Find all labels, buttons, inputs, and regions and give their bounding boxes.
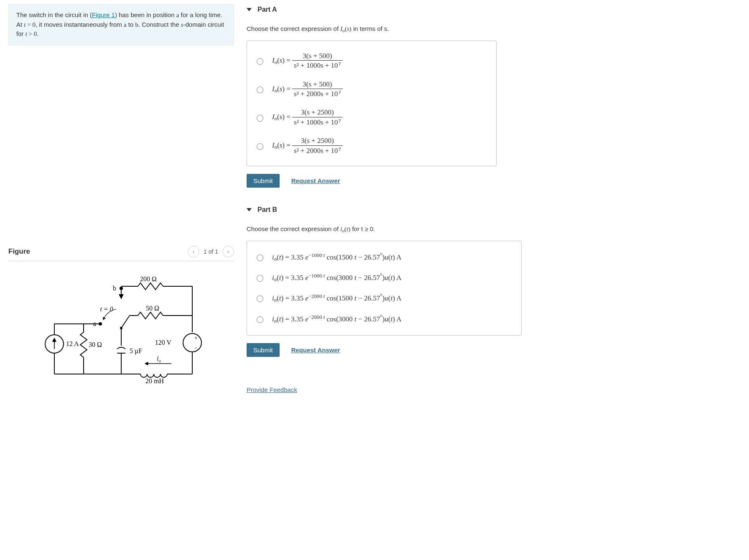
figure-title: Figure [8, 247, 30, 256]
svg-text:−: − [194, 345, 198, 351]
part-a-options: Io(s) = 3(s + 500)s² + 1000s + 10⁷ Io(s)… [247, 41, 497, 166]
figure-next-button[interactable]: › [222, 246, 234, 257]
svg-line-19 [121, 316, 130, 328]
problem-statement: The switch in the circuit in (Figure 1) … [8, 4, 234, 45]
part-b-option-1[interactable]: io(t) = 3.35 e−1000 t cos(1500 t − 26.57… [255, 247, 514, 267]
part-b-option-3[interactable]: io(t) = 3.35 e−2000 t cos(1500 t − 26.57… [255, 288, 514, 308]
radio-input[interactable] [257, 295, 263, 302]
svg-text:io: io [157, 355, 161, 363]
part-a-option-3[interactable]: Io(s) = 3(s + 2500)s² + 1000s + 10⁷ [255, 103, 489, 132]
part-a-submit-button[interactable]: Submit [247, 174, 280, 188]
radio-input[interactable] [257, 275, 263, 282]
radio-input[interactable] [257, 58, 263, 65]
svg-text:120 V: 120 V [155, 339, 172, 346]
radio-input[interactable] [257, 316, 263, 323]
figure-panel: Figure ‹ 1 of 1 › [8, 246, 234, 387]
svg-text:+: + [194, 335, 198, 341]
figure-prev-button[interactable]: ‹ [188, 246, 199, 257]
part-b-options: io(t) = 3.35 e−1000 t cos(1500 t − 26.57… [247, 241, 522, 336]
problem-text-pre: The switch in the circuit in ( [16, 11, 92, 18]
provide-feedback-link[interactable]: Provide Feedback [247, 386, 297, 393]
part-b-option-2[interactable]: io(t) = 3.35 e−1000 t cos(3000 t − 26.57… [255, 267, 514, 288]
svg-text:5 µF: 5 µF [130, 347, 142, 355]
part-b-option-4[interactable]: io(t) = 3.35 e−2000 t cos(3000 t − 26.57… [255, 309, 514, 329]
part-a-option-4[interactable]: Io(s) = 3(s + 2500)s² + 2000s + 10⁷ [255, 132, 489, 160]
radio-input[interactable] [257, 115, 263, 122]
figure-pager: ‹ 1 of 1 › [188, 246, 234, 257]
part-a-header[interactable]: Part A [247, 4, 740, 19]
part-a-prompt: Choose the correct expression of Io(s) i… [247, 25, 740, 33]
part-a-option-1[interactable]: Io(s) = 3(s + 500)s² + 1000s + 10⁷ [255, 47, 489, 75]
svg-text:t = 0: t = 0 [100, 305, 113, 313]
svg-text:30 Ω: 30 Ω [89, 341, 102, 348]
caret-down-icon [247, 208, 252, 211]
radio-input[interactable] [257, 87, 263, 93]
part-b-submit-button[interactable]: Submit [247, 343, 280, 357]
part-b-prompt: Choose the correct expression of io(t) f… [247, 225, 740, 233]
svg-text:50 Ω: 50 Ω [146, 305, 159, 312]
radio-input[interactable] [257, 255, 263, 261]
svg-text:b: b [113, 285, 116, 292]
svg-point-4 [183, 333, 201, 352]
caret-down-icon [247, 8, 252, 11]
part-b-request-answer-link[interactable]: Request Answer [289, 346, 343, 354]
part-a-title: Part A [257, 6, 277, 13]
part-b-header[interactable]: Part B [247, 204, 740, 219]
figure-link[interactable]: Figure 1 [92, 11, 115, 18]
svg-text:200 Ω: 200 Ω [140, 275, 157, 283]
part-a-request-answer-link[interactable]: Request Answer [289, 177, 343, 185]
part-a-option-2[interactable]: Io(s) = 3(s + 500)s² + 2000s + 10⁷ [255, 75, 489, 104]
circuit-figure: 200 Ω + − 120 V 20 mH io [8, 270, 234, 387]
svg-text:12 A: 12 A [66, 340, 79, 347]
figure-pager-label: 1 of 1 [204, 248, 218, 255]
svg-text:20 mH: 20 mH [145, 377, 164, 384]
circuit-svg: 200 Ω + − 120 V 20 mH io [33, 270, 209, 387]
part-b-title: Part B [257, 206, 277, 214]
radio-input[interactable] [257, 143, 263, 150]
